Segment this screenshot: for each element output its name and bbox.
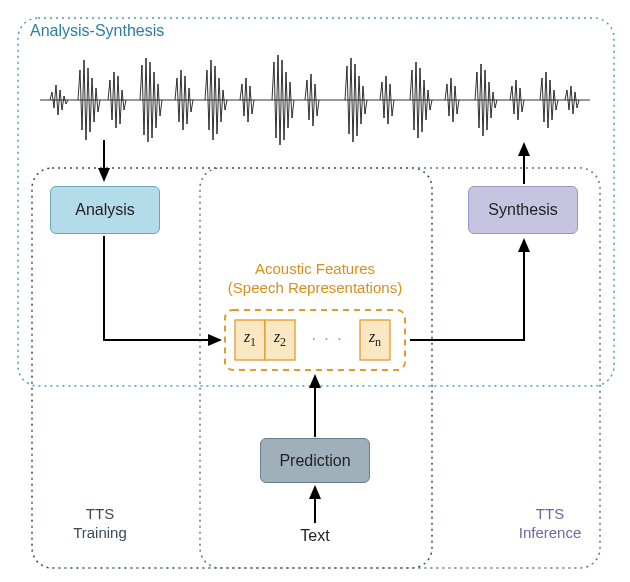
- prediction-label: Prediction: [279, 452, 350, 470]
- feature-z2: z2: [265, 328, 295, 350]
- arrow-analysis-to-features: [104, 236, 220, 340]
- tts-training-label: TTSTraining: [60, 505, 140, 543]
- text-input-label: Text: [290, 527, 340, 545]
- acoustic-line2: (Speech Representations): [228, 279, 402, 296]
- analysis-synthesis-title: Analysis-Synthesis: [30, 22, 164, 40]
- feature-dots: · · ·: [300, 330, 355, 348]
- feature-z1: z1: [235, 328, 265, 350]
- synthesis-label: Synthesis: [488, 201, 557, 219]
- tts-inference-label: TTSInference: [510, 505, 590, 543]
- diagram-stage: Analysis-Synthesis Analysis Synthesis Pr…: [0, 0, 630, 582]
- waveform: [40, 55, 590, 145]
- feature-zn: zn: [360, 328, 390, 350]
- prediction-box: Prediction: [260, 438, 370, 483]
- synthesis-box: Synthesis: [468, 186, 578, 234]
- analysis-box: Analysis: [50, 186, 160, 234]
- acoustic-features-label: Acoustic Features (Speech Representation…: [215, 260, 415, 298]
- analysis-label: Analysis: [75, 201, 135, 219]
- acoustic-line1: Acoustic Features: [255, 260, 375, 277]
- arrow-features-to-synthesis: [410, 240, 524, 340]
